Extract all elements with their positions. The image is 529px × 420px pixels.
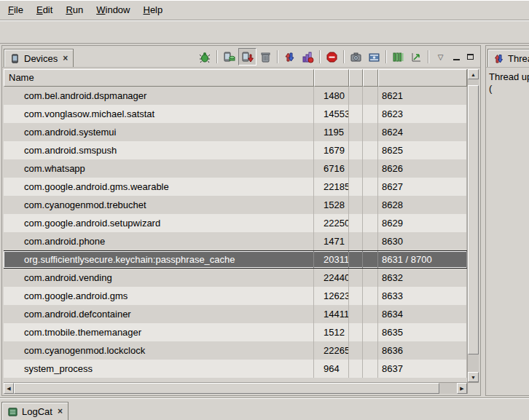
update-heap-icon[interactable]	[220, 48, 238, 66]
devices-view-header: Devices ×	[2, 46, 480, 68]
table-row[interactable]: system_process9648637	[4, 360, 467, 378]
start-opengl-trace-icon[interactable]	[407, 48, 426, 66]
tab-devices[interactable]: Devices ×	[4, 49, 74, 67]
tab-logcat[interactable]: LogCat ×	[1, 402, 68, 420]
cell-c3	[349, 196, 363, 214]
menu-edit[interactable]: Edit	[30, 1, 59, 18]
cell-port: 8629	[378, 214, 467, 232]
cell-port: 8633	[378, 287, 467, 305]
maximize-icon[interactable]	[463, 50, 477, 63]
minimize-icon[interactable]	[450, 50, 463, 63]
menu-run[interactable]: Run	[59, 1, 90, 18]
cell-name: com.cyanogenmod.lockclock	[4, 341, 314, 360]
debug-process-icon[interactable]	[196, 48, 214, 66]
menu-file[interactable]: File	[1, 1, 30, 18]
menu-help[interactable]: Help	[136, 1, 169, 18]
devices-toolbar: ▽	[196, 48, 477, 66]
table-row[interactable]: com.cyanogenmod.lockclock222658636	[4, 341, 467, 360]
cell-c3	[349, 287, 363, 305]
table-row[interactable]: com.cyanogenmod.trebuchet15288628	[4, 196, 467, 214]
column-header-port[interactable]	[378, 69, 467, 87]
table-row[interactable]: com.android.vending224408632	[4, 269, 467, 287]
cause-gc-icon[interactable]	[256, 48, 275, 66]
screen-capture-icon[interactable]	[347, 48, 365, 66]
tab-logcat-label: LogCat	[22, 406, 52, 417]
cell-pid: 22185	[314, 178, 349, 196]
cell-c4	[363, 178, 378, 196]
table-row[interactable]: com.google.android.gms126238633	[4, 287, 467, 305]
systrace-icon[interactable]	[389, 48, 407, 66]
tab-threads[interactable]: Threads	[487, 49, 529, 67]
table-row[interactable]: com.android.smspush16798625	[4, 141, 467, 159]
cell-c4	[363, 196, 378, 214]
cell-c3	[349, 123, 363, 141]
horizontal-scroll-track[interactable]	[14, 383, 457, 394]
threads-view: Threads Thread up (	[485, 45, 529, 396]
cell-name: com.android.systemui	[4, 123, 314, 141]
vertical-scrollbar[interactable]: ▲ ▼	[467, 69, 479, 382]
cell-pid: 22440	[314, 269, 349, 287]
cell-c4	[363, 305, 378, 323]
table-row[interactable]: com.android.systemui11958624	[4, 123, 467, 141]
column-header-3[interactable]	[349, 69, 363, 87]
cell-c4	[363, 323, 378, 341]
cell-pid: 14411	[314, 305, 349, 323]
cell-c4	[363, 141, 378, 159]
cell-c3	[349, 178, 363, 196]
cell-port: 8621	[378, 87, 467, 105]
stop-process-icon[interactable]	[323, 48, 341, 66]
menu-window[interactable]: Window	[90, 1, 136, 18]
cell-name: com.tmobile.thememanager	[4, 323, 314, 341]
scroll-right-icon[interactable]: ▶	[457, 383, 467, 394]
cell-name: com.android.defcontainer	[4, 305, 314, 323]
table-row[interactable]: com.google.android.setupwizard222508629	[4, 214, 467, 232]
cell-port: 8636	[378, 341, 467, 360]
vertical-scroll-track[interactable]	[468, 79, 479, 372]
table-row[interactable]: com.android.phone14718630	[4, 232, 467, 250]
table-header-row: Name	[4, 69, 467, 87]
cell-port: 8637	[378, 360, 467, 378]
table-row[interactable]: com.whatsapp67168626	[4, 159, 467, 178]
table-body: com.bel.android.dspmanager14808621com.vo…	[4, 87, 467, 378]
threads-message: Thread up (	[486, 68, 529, 98]
column-header-4[interactable]	[363, 69, 378, 87]
cell-name: com.cyanogenmod.trebuchet	[4, 196, 314, 214]
table-row[interactable]: com.vonglasow.michael.satstat145538623	[4, 105, 467, 123]
dump-hprof-icon[interactable]	[238, 48, 256, 66]
cell-port: 8628	[378, 196, 467, 214]
table-row[interactable]: com.tmobile.thememanager15128635	[4, 323, 467, 341]
table-row[interactable]: com.android.defcontainer144118634	[4, 305, 467, 323]
toolbar-separator	[277, 50, 278, 63]
cell-pid: 1195	[314, 123, 349, 141]
table-row[interactable]: com.google.android.gms.wearable221858627	[4, 178, 467, 196]
logcat-icon	[7, 406, 18, 417]
column-header-name[interactable]: Name	[4, 69, 314, 87]
start-method-profiling-icon[interactable]	[299, 48, 317, 66]
update-threads-icon[interactable]	[281, 48, 299, 66]
table-row[interactable]: org.sufficientlysecure.keychain:passphra…	[4, 250, 467, 269]
workbench-content: Devices ×	[0, 44, 529, 396]
horizontal-scrollbar[interactable]: ◀ ▶	[4, 382, 479, 394]
cell-port: 8630	[378, 232, 467, 250]
cell-c4	[363, 360, 378, 378]
cell-pid: 6716	[314, 159, 349, 178]
close-icon[interactable]: ×	[61, 53, 68, 63]
cell-c4	[363, 287, 378, 305]
cell-name: com.vonglasow.michael.satstat	[4, 105, 314, 123]
screen-record-icon[interactable]	[365, 48, 383, 66]
vertical-scroll-thumb[interactable]	[468, 85, 479, 354]
cell-name: com.whatsapp	[4, 159, 314, 178]
cell-port: 8623	[378, 105, 467, 123]
scroll-up-icon[interactable]: ▲	[468, 69, 479, 79]
column-header-pid[interactable]	[314, 69, 349, 87]
process-table-grid: Name com.bel.android.dspmanager14808621c…	[4, 69, 467, 382]
cell-c3	[349, 360, 363, 378]
close-icon[interactable]: ×	[56, 406, 63, 416]
cell-c4	[363, 159, 378, 178]
view-menu-icon[interactable]: ▽	[431, 48, 450, 66]
horizontal-scroll-thumb[interactable]	[14, 383, 439, 394]
cell-pid: 964	[314, 360, 349, 378]
table-row[interactable]: com.bel.android.dspmanager14808621	[4, 87, 467, 105]
scroll-down-icon[interactable]: ▼	[468, 372, 479, 382]
scroll-left-icon[interactable]: ◀	[4, 383, 14, 394]
